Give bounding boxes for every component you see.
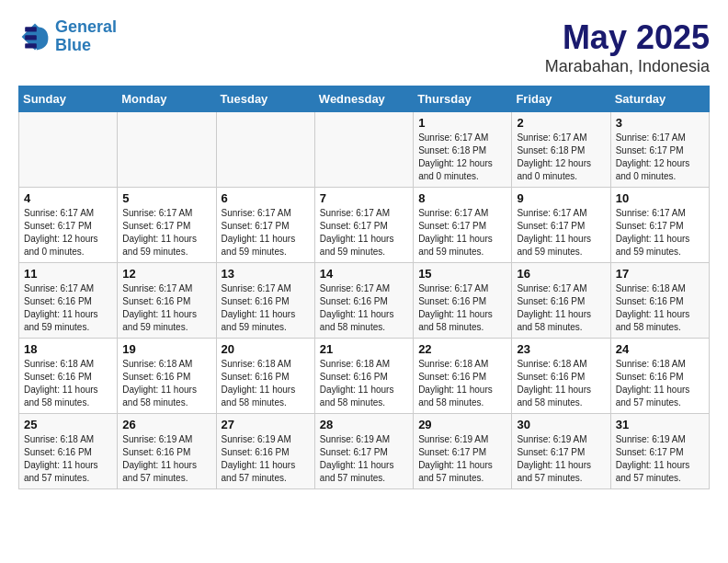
day-number: 3 (616, 116, 704, 130)
calendar-cell: 12Sunrise: 6:17 AM Sunset: 6:16 PM Dayli… (118, 263, 216, 339)
day-number: 31 (616, 418, 704, 431)
calendar-cell: 24Sunrise: 6:18 AM Sunset: 6:16 PM Dayli… (610, 339, 709, 414)
page-header: General Blue May 2025 Marabahan, Indones… (18, 18, 710, 76)
logo-icon (18, 20, 51, 53)
day-number: 24 (616, 342, 704, 356)
calendar-cell: 16Sunrise: 6:17 AM Sunset: 6:16 PM Dayli… (512, 263, 610, 339)
calendar-cell: 5Sunrise: 6:17 AM Sunset: 6:17 PM Daylig… (118, 188, 216, 263)
day-number: 16 (517, 267, 605, 281)
day-number: 1 (418, 116, 506, 130)
calendar-cell (118, 112, 216, 188)
day-number: 27 (222, 418, 310, 431)
day-number: 25 (24, 418, 112, 431)
week-row-1: 1Sunrise: 6:17 AM Sunset: 6:18 PM Daylig… (19, 112, 710, 188)
calendar-cell: 2Sunrise: 6:17 AM Sunset: 6:18 PM Daylig… (512, 112, 610, 188)
week-row-3: 11Sunrise: 6:17 AM Sunset: 6:16 PM Dayli… (19, 263, 710, 339)
calendar-cell: 19Sunrise: 6:18 AM Sunset: 6:16 PM Dayli… (118, 339, 216, 414)
day-number: 17 (616, 267, 704, 281)
day-info: Sunrise: 6:17 AM Sunset: 6:17 PM Dayligh… (222, 207, 310, 259)
day-info: Sunrise: 6:18 AM Sunset: 6:16 PM Dayligh… (320, 358, 408, 409)
day-info: Sunrise: 6:18 AM Sunset: 6:16 PM Dayligh… (222, 358, 310, 409)
calendar-cell: 29Sunrise: 6:19 AM Sunset: 6:17 PM Dayli… (414, 414, 512, 489)
day-info: Sunrise: 6:18 AM Sunset: 6:16 PM Dayligh… (616, 358, 704, 409)
day-number: 13 (222, 267, 310, 281)
day-info: Sunrise: 6:18 AM Sunset: 6:16 PM Dayligh… (616, 282, 704, 334)
calendar-cell: 4Sunrise: 6:17 AM Sunset: 6:17 PM Daylig… (19, 188, 118, 263)
calendar-cell: 17Sunrise: 6:18 AM Sunset: 6:16 PM Dayli… (610, 263, 709, 339)
day-info: Sunrise: 6:17 AM Sunset: 6:16 PM Dayligh… (24, 282, 112, 334)
calendar-cell: 22Sunrise: 6:18 AM Sunset: 6:16 PM Dayli… (414, 339, 512, 414)
day-number: 26 (122, 418, 210, 431)
day-number: 21 (320, 342, 408, 356)
calendar-cell: 13Sunrise: 6:17 AM Sunset: 6:16 PM Dayli… (216, 263, 314, 339)
logo-line1: General (55, 18, 117, 37)
calendar-cell: 30Sunrise: 6:19 AM Sunset: 6:17 PM Dayli… (512, 414, 610, 489)
day-info: Sunrise: 6:17 AM Sunset: 6:17 PM Dayligh… (24, 207, 112, 259)
day-info: Sunrise: 6:17 AM Sunset: 6:16 PM Dayligh… (320, 282, 408, 334)
day-info: Sunrise: 6:17 AM Sunset: 6:17 PM Dayligh… (517, 207, 605, 259)
day-info: Sunrise: 6:18 AM Sunset: 6:16 PM Dayligh… (24, 358, 112, 409)
calendar-table: SundayMondayTuesdayWednesdayThursdayFrid… (18, 86, 710, 489)
day-number: 29 (418, 418, 506, 431)
week-row-5: 25Sunrise: 6:18 AM Sunset: 6:16 PM Dayli… (19, 414, 710, 489)
day-number: 6 (222, 191, 310, 205)
week-row-4: 18Sunrise: 6:18 AM Sunset: 6:16 PM Dayli… (19, 339, 710, 414)
svg-rect-3 (25, 35, 37, 40)
day-number: 30 (517, 418, 605, 431)
calendar-cell: 21Sunrise: 6:18 AM Sunset: 6:16 PM Dayli… (314, 339, 413, 414)
day-number: 8 (418, 191, 506, 205)
header-cell-monday: Monday (118, 86, 216, 112)
day-info: Sunrise: 6:17 AM Sunset: 6:17 PM Dayligh… (122, 207, 210, 259)
day-number: 9 (517, 191, 605, 205)
day-info: Sunrise: 6:17 AM Sunset: 6:16 PM Dayligh… (517, 282, 605, 334)
day-number: 18 (24, 342, 112, 356)
day-number: 19 (122, 342, 210, 356)
header-row: SundayMondayTuesdayWednesdayThursdayFrid… (19, 86, 710, 112)
calendar-cell: 25Sunrise: 6:18 AM Sunset: 6:16 PM Dayli… (19, 414, 118, 489)
day-number: 11 (24, 267, 112, 281)
day-info: Sunrise: 6:17 AM Sunset: 6:16 PM Dayligh… (418, 282, 506, 334)
day-info: Sunrise: 6:17 AM Sunset: 6:17 PM Dayligh… (418, 207, 506, 259)
calendar-cell: 3Sunrise: 6:17 AM Sunset: 6:17 PM Daylig… (610, 112, 709, 188)
svg-rect-4 (25, 43, 37, 48)
calendar-cell: 10Sunrise: 6:17 AM Sunset: 6:17 PM Dayli… (610, 188, 709, 263)
title-block: May 2025 Marabahan, Indonesia (545, 18, 710, 76)
day-info: Sunrise: 6:19 AM Sunset: 6:17 PM Dayligh… (517, 433, 605, 485)
day-number: 20 (222, 342, 310, 356)
calendar-cell: 27Sunrise: 6:19 AM Sunset: 6:16 PM Dayli… (216, 414, 314, 489)
day-number: 23 (517, 342, 605, 356)
day-info: Sunrise: 6:18 AM Sunset: 6:16 PM Dayligh… (418, 358, 506, 409)
svg-rect-2 (25, 27, 37, 31)
calendar-cell (314, 112, 413, 188)
calendar-cell: 8Sunrise: 6:17 AM Sunset: 6:17 PM Daylig… (414, 188, 512, 263)
calendar-cell: 20Sunrise: 6:18 AM Sunset: 6:16 PM Dayli… (216, 339, 314, 414)
day-number: 7 (320, 191, 408, 205)
day-number: 10 (616, 191, 704, 205)
calendar-cell: 31Sunrise: 6:19 AM Sunset: 6:17 PM Dayli… (610, 414, 709, 489)
day-number: 2 (517, 116, 605, 130)
day-info: Sunrise: 6:19 AM Sunset: 6:16 PM Dayligh… (222, 433, 310, 485)
day-info: Sunrise: 6:17 AM Sunset: 6:17 PM Dayligh… (320, 207, 408, 259)
calendar-cell: 28Sunrise: 6:19 AM Sunset: 6:17 PM Dayli… (314, 414, 413, 489)
day-info: Sunrise: 6:19 AM Sunset: 6:17 PM Dayligh… (418, 433, 506, 485)
logo-text: General Blue (55, 18, 117, 55)
calendar-cell (216, 112, 314, 188)
page-title: May 2025 (545, 18, 710, 57)
calendar-cell (19, 112, 118, 188)
calendar-cell: 23Sunrise: 6:18 AM Sunset: 6:16 PM Dayli… (512, 339, 610, 414)
day-info: Sunrise: 6:18 AM Sunset: 6:16 PM Dayligh… (517, 358, 605, 409)
calendar-cell: 1Sunrise: 6:17 AM Sunset: 6:18 PM Daylig… (414, 112, 512, 188)
calendar-cell: 7Sunrise: 6:17 AM Sunset: 6:17 PM Daylig… (314, 188, 413, 263)
day-number: 22 (418, 342, 506, 356)
day-info: Sunrise: 6:17 AM Sunset: 6:17 PM Dayligh… (616, 132, 704, 183)
day-info: Sunrise: 6:18 AM Sunset: 6:16 PM Dayligh… (122, 358, 210, 409)
day-info: Sunrise: 6:17 AM Sunset: 6:18 PM Dayligh… (418, 132, 506, 183)
day-number: 15 (418, 267, 506, 281)
day-info: Sunrise: 6:19 AM Sunset: 6:16 PM Dayligh… (122, 433, 210, 485)
day-info: Sunrise: 6:17 AM Sunset: 6:18 PM Dayligh… (517, 132, 605, 183)
calendar-cell: 15Sunrise: 6:17 AM Sunset: 6:16 PM Dayli… (414, 263, 512, 339)
logo-line2: Blue (55, 37, 117, 55)
day-number: 4 (24, 191, 112, 205)
day-info: Sunrise: 6:18 AM Sunset: 6:16 PM Dayligh… (24, 433, 112, 485)
calendar-cell: 18Sunrise: 6:18 AM Sunset: 6:16 PM Dayli… (19, 339, 118, 414)
